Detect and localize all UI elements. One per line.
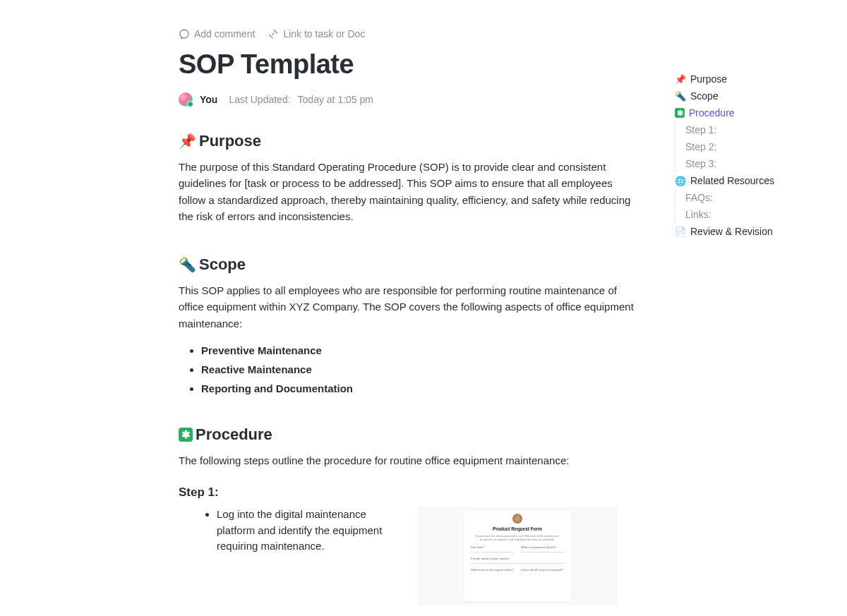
author-avatar[interactable] — [179, 92, 193, 107]
form-title: Product Request Form — [493, 526, 542, 531]
section-scope: 🔦 Scope This SOP applies to all employee… — [179, 255, 641, 394]
outline-sub-faqs[interactable]: FAQs: — [675, 189, 816, 206]
page-title[interactable]: SOP Template — [179, 49, 641, 80]
outline-item-procedure[interactable]: ✱ Procedure — [675, 104, 816, 121]
link-doc-button[interactable]: Link to task or Doc — [268, 28, 365, 40]
pushpin-icon: 📌 — [675, 74, 686, 85]
asterisk-badge-icon: ✱ — [675, 108, 685, 118]
outline-sub-step1[interactable]: Step 1: — [675, 121, 816, 138]
author-name[interactable]: You — [200, 94, 217, 105]
doc-toolbar: Add comment Link to task or Doc — [179, 28, 641, 40]
link-icon — [268, 28, 279, 40]
pushpin-icon: 📌 — [179, 133, 196, 150]
globe-icon: 🌐 — [675, 176, 686, 186]
purpose-body[interactable]: The purpose of this Standard Operating P… — [179, 159, 641, 224]
form-preview-image[interactable]: Product Request Form Do we have the info… — [417, 507, 618, 605]
outline-item-purpose[interactable]: 📌 Purpose — [675, 71, 816, 87]
step-1-text[interactable]: Log into the digital maintenance platfor… — [217, 507, 397, 555]
document-content: Add comment Link to task or Doc SOP Temp… — [179, 28, 641, 605]
step-1-bullets[interactable]: Log into the digital maintenance platfor… — [179, 507, 397, 555]
last-updated-label: Last Updated: — [229, 94, 290, 105]
form-preview-inner: Product Request Form Do we have the info… — [464, 511, 571, 601]
add-comment-label: Add comment — [194, 28, 255, 40]
page-icon: 📄 — [675, 227, 686, 237]
form-field-label: Due Date * — [471, 545, 514, 549]
step-1-row: Log into the digital maintenance platfor… — [179, 507, 641, 605]
outline-item-scope[interactable]: 🔦 Scope — [675, 87, 816, 104]
form-field-label: What is seriousness (level)? — [521, 545, 564, 549]
scope-heading[interactable]: 🔦 Scope — [179, 255, 641, 274]
svg-point-0 — [180, 30, 188, 38]
step-1-heading[interactable]: Step 1: — [179, 485, 641, 500]
form-desc: Do we have the info to proceed or not? W… — [475, 534, 560, 541]
purpose-heading-text: Purpose — [199, 132, 261, 150]
comment-icon — [179, 28, 190, 40]
procedure-heading-text: Procedure — [196, 425, 272, 444]
flashlight-icon: 🔦 — [675, 91, 686, 102]
scope-body[interactable]: This SOP applies to all employees who ar… — [179, 282, 641, 332]
scope-bullet[interactable]: Preventive Maintenance — [201, 344, 641, 356]
link-doc-label: Link to task or Doc — [283, 28, 365, 40]
outline-sub-links[interactable]: Links: — [675, 206, 816, 223]
procedure-heading[interactable]: ✱ Procedure — [179, 425, 641, 444]
outline-item-resources[interactable]: 🌐 Related Resources — [675, 172, 816, 189]
outline-label: Review & Revision — [690, 226, 773, 237]
last-updated-value: Today at 1:05 pm — [298, 94, 373, 105]
scope-bullet[interactable]: Reactive Maintenance — [201, 363, 641, 375]
purpose-heading[interactable]: 📌 Purpose — [179, 132, 641, 150]
procedure-body[interactable]: The following steps outline the procedur… — [179, 452, 641, 469]
outline-label: Procedure — [689, 107, 735, 119]
outline-label: Scope — [690, 90, 719, 102]
form-field-label: Provide details of your request — [471, 557, 564, 560]
outline-sub-step2[interactable]: Step 2: — [675, 138, 816, 155]
asterisk-badge-icon: ✱ — [179, 428, 193, 442]
form-field-label: What teams is the request tied to? — [471, 568, 514, 572]
outline-label: Related Resources — [690, 175, 774, 186]
scope-bullets[interactable]: Preventive Maintenance Reactive Maintena… — [179, 344, 641, 394]
outline-sub-step3[interactable]: Step 3: — [675, 155, 816, 172]
form-avatar-icon — [512, 514, 522, 524]
meta-row: You Last Updated: Today at 1:05 pm — [179, 92, 641, 107]
add-comment-button[interactable]: Add comment — [179, 28, 255, 40]
section-procedure: ✱ Procedure The following steps outline … — [179, 425, 641, 605]
section-purpose: 📌 Purpose The purpose of this Standard O… — [179, 132, 641, 224]
outline-item-review[interactable]: 📄 Review & Revision — [675, 223, 816, 240]
outline-sidebar: 📌 Purpose 🔦 Scope ✱ Procedure Step 1: St… — [675, 71, 816, 240]
flashlight-icon: 🔦 — [179, 256, 196, 273]
scope-bullet[interactable]: Reporting and Documentation — [201, 382, 641, 394]
outline-label: Purpose — [690, 73, 727, 85]
scope-heading-text: Scope — [199, 255, 246, 274]
form-field-label: Is this info all correct to send out? — [521, 568, 564, 572]
